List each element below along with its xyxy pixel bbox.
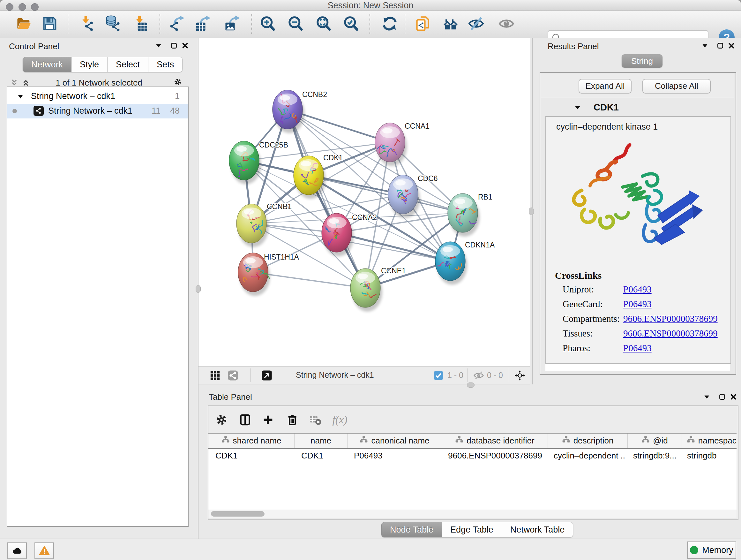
table-row[interactable]: CDK1CDK1P064939606.ENSP00000378699cyclin… <box>208 449 737 462</box>
import-table-file-button[interactable] <box>131 15 149 33</box>
results-hscroll-track[interactable] <box>545 364 730 371</box>
zoom-fit-button[interactable] <box>315 15 333 33</box>
tab-string[interactable]: String <box>622 54 663 68</box>
crosslink-link-uniprot[interactable]: P06493 <box>623 284 652 295</box>
node-label-CDKN1A: CDKN1A <box>465 241 495 249</box>
tab-network[interactable]: Network <box>23 57 71 72</box>
node-table: shared namenamecanonical namedatabase id… <box>208 433 737 509</box>
table-panel-float-button[interactable] <box>717 391 728 402</box>
delete-table-icon[interactable] <box>308 413 323 427</box>
zoom-selected-button[interactable] <box>342 15 360 33</box>
node-CDC6[interactable]: CDC6 <box>388 174 438 218</box>
crosslink-link-tissues[interactable]: 9606.ENSP00000378699 <box>623 328 718 339</box>
column-header-namespace[interactable]: namespace <box>682 434 737 448</box>
import-network-database-button[interactable] <box>104 15 122 33</box>
eye-hide-button[interactable] <box>467 15 485 33</box>
network-status-dot <box>12 109 17 113</box>
export-image-button[interactable] <box>223 15 241 33</box>
column-header-canonical-name[interactable]: canonical name <box>347 434 442 448</box>
node-label-HIST1H1A: HIST1H1A <box>264 253 299 261</box>
clone-network-button[interactable] <box>414 15 432 33</box>
refresh-button[interactable] <box>381 15 399 33</box>
function-builder-icon[interactable]: f(x) <box>327 413 353 427</box>
table-panel-close-button[interactable] <box>728 391 739 402</box>
crosslink-link-compartments[interactable]: 9606.ENSP00000378699 <box>623 314 718 324</box>
network-canvas[interactable]: CCNB2CCNA1CDC25BCDK1CDC6RB1CCNB1CCNA2CDK… <box>199 38 530 366</box>
results-panel-float-button[interactable] <box>715 40 726 51</box>
toolbar-separator <box>252 14 252 34</box>
right-splitter-handle[interactable] <box>529 207 534 215</box>
memory-button[interactable]: Memory <box>687 542 736 559</box>
results-panel-close-button[interactable] <box>726 40 737 51</box>
table-hscroll-track[interactable] <box>208 509 737 518</box>
tab-sets[interactable]: Sets <box>148 57 183 72</box>
network-options-gear-icon[interactable] <box>172 77 183 87</box>
add-column-icon[interactable] <box>261 413 275 427</box>
zoom-out-button[interactable] <box>286 15 305 33</box>
crosslink-link-genecard[interactable]: P06493 <box>623 299 652 309</box>
zoom-in-button[interactable] <box>259 15 277 33</box>
bottom-splitter-handle[interactable] <box>467 382 475 388</box>
table-panel-menu-button[interactable] <box>701 391 712 402</box>
column-header-id[interactable]: @id <box>628 434 682 448</box>
control-panel-float-button[interactable] <box>169 40 179 51</box>
collection-expander-icon[interactable] <box>15 91 26 102</box>
node-CDKN1A[interactable]: CDKN1A <box>435 241 495 285</box>
hidden-eye-icon[interactable] <box>472 369 486 382</box>
node-CCNE1[interactable]: CCNE1 <box>350 266 406 312</box>
houses-button[interactable] <box>442 15 460 33</box>
node-CCNB1[interactable]: CCNB1 <box>237 202 292 247</box>
import-network-file-button[interactable] <box>78 15 96 33</box>
node-CCNA1[interactable]: CCNA1 <box>375 122 429 166</box>
selected-checkbox-icon[interactable] <box>431 369 446 382</box>
collapse-all-button[interactable]: Collapse All <box>643 79 711 94</box>
table-settings-gear-icon[interactable] <box>214 413 229 427</box>
delete-column-trash-icon[interactable] <box>285 413 300 427</box>
table-hscroll-thumb[interactable] <box>211 511 265 516</box>
tab-style[interactable]: Style <box>71 57 108 72</box>
crosshair-icon[interactable] <box>513 369 527 382</box>
edge-HIST1H1A-CCNE1[interactable] <box>253 272 365 288</box>
network-tree: String Network – cdk1 1 String Network –… <box>7 86 189 527</box>
gene-expander-icon[interactable] <box>572 102 583 113</box>
network-row-selected[interactable]: String Network – cdk1 11 48 <box>7 104 188 118</box>
open-session-button[interactable] <box>15 15 33 33</box>
cloud-button[interactable] <box>7 543 27 559</box>
node-CCNB2[interactable]: CCNB2 <box>273 90 327 133</box>
crosslink-link-pharos[interactable]: P06493 <box>623 343 652 354</box>
results-panel-menu-button[interactable] <box>699 40 711 51</box>
control-panel-menu-button[interactable] <box>153 40 164 51</box>
network-collection-row[interactable]: String Network – cdk1 1 <box>7 89 188 104</box>
save-session-button[interactable] <box>41 15 59 33</box>
export-table-button[interactable] <box>194 15 212 33</box>
grid-view-icon[interactable] <box>208 369 222 382</box>
tab-network-table[interactable]: Network Table <box>502 522 574 537</box>
node-HIST1H1A[interactable]: HIST1H1A <box>238 253 299 296</box>
share-view-icon[interactable] <box>226 369 240 382</box>
node-CCNA2[interactable]: CCNA2 <box>322 213 377 256</box>
birdseye-view-icon[interactable] <box>260 369 274 382</box>
export-network-button[interactable] <box>168 15 186 33</box>
tab-node-table[interactable]: Node Table <box>381 522 442 537</box>
expand-all-button[interactable]: Expand All <box>579 79 631 94</box>
eye-show-icon <box>498 15 515 33</box>
node-label-CCNB2: CCNB2 <box>302 90 327 99</box>
eye-show-button[interactable] <box>497 15 515 33</box>
node-label-RB1: RB1 <box>478 193 492 201</box>
column-header-shared-name[interactable]: shared name <box>208 434 294 448</box>
column-header-name[interactable]: name <box>294 434 347 448</box>
left-splitter-handle[interactable] <box>196 285 201 293</box>
column-header-database-identifier[interactable]: database identifier <box>442 434 548 448</box>
tab-select[interactable]: Select <box>108 57 148 72</box>
column-header-description[interactable]: description <box>548 434 628 448</box>
show-columns-icon[interactable] <box>238 413 253 427</box>
control-panel: Control Panel NetworkStyleSelectSets 1 o… <box>0 38 199 539</box>
gene-section-header[interactable]: CDK1 <box>541 99 734 116</box>
edge-CCNB2-CCNE1[interactable] <box>287 110 365 288</box>
control-panel-close-button[interactable] <box>180 40 191 51</box>
warning-button[interactable] <box>35 543 54 559</box>
node-label-CCNE1: CCNE1 <box>381 266 406 275</box>
tab-edge-table[interactable]: Edge Table <box>442 522 502 537</box>
node-RB1[interactable]: RB1 <box>448 193 492 237</box>
collection-count: 1 <box>175 91 180 101</box>
